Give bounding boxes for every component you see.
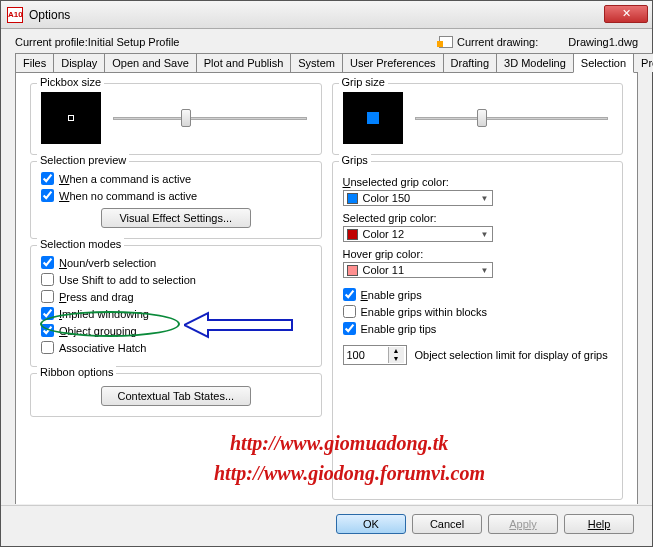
selected-grip-label: Selected grip color: (343, 212, 613, 224)
pickbox-slider[interactable] (113, 117, 307, 120)
tab-files[interactable]: Files (15, 53, 54, 72)
dropdown-arrow-icon: ▼ (481, 230, 489, 239)
gripsize-title: Grip size (339, 76, 388, 88)
tab-display[interactable]: Display (53, 53, 105, 72)
checkbox[interactable] (41, 256, 54, 269)
pickbox-title: Pickbox size (37, 76, 104, 88)
close-button[interactable]: ✕ (604, 5, 648, 23)
grip-preview (343, 92, 403, 144)
checkbox[interactable] (343, 288, 356, 301)
check-enable-grips-blocks[interactable]: Enable grips within blocks (343, 303, 613, 320)
unselected-grip-color-select[interactable]: Color 150 ▼ (343, 190, 493, 206)
check-press-drag[interactable]: Press and drag (41, 288, 311, 305)
tab-drafting[interactable]: Drafting (443, 53, 498, 72)
check-when-command-active[interactable]: When a command is active (41, 170, 311, 187)
hover-grip-color-select[interactable]: Color 11 ▼ (343, 262, 493, 278)
app-icon: A10 (7, 7, 23, 23)
gripsize-group: Grip size (332, 83, 624, 155)
checkbox[interactable] (41, 273, 54, 286)
dropdown-arrow-icon: ▼ (481, 266, 489, 275)
pickbox-group: Pickbox size (30, 83, 322, 155)
grip-limit-label: Object selection limit for display of gr… (415, 349, 608, 361)
visual-effect-settings-button[interactable]: Visual Effect Settings... (101, 208, 251, 228)
check-object-grouping[interactable]: Object grouping (41, 322, 311, 339)
color-swatch (347, 265, 358, 276)
profile-row: Current profile: Initial Setup Profile C… (1, 29, 652, 53)
profile-label: Current profile: (15, 36, 88, 48)
pickbox-preview (41, 92, 101, 144)
checkbox[interactable] (41, 172, 54, 185)
selection-preview-group: Selection preview When a command is acti… (30, 161, 322, 239)
color-swatch (347, 229, 358, 240)
checkbox[interactable] (41, 341, 54, 354)
spin-down-icon[interactable]: ▼ (389, 355, 404, 363)
gripsize-slider[interactable] (415, 117, 609, 120)
dropdown-arrow-icon: ▼ (481, 194, 489, 203)
grip-limit-spinbox[interactable]: ▲▼ (343, 345, 407, 365)
unselected-grip-label: Unselected grip color: (343, 176, 613, 188)
left-column: Pickbox size Selection preview When a co… (30, 83, 322, 500)
right-column: Grip size Grips Unselected grip color: C… (332, 83, 624, 500)
check-noun-verb[interactable]: Noun/verb selection (41, 254, 311, 271)
selection-modes-group: Selection modes Noun/verb selection Use … (30, 245, 322, 367)
tab-content: Pickbox size Selection preview When a co… (15, 73, 638, 504)
drawing-label: Current drawing: (457, 36, 538, 48)
contextual-tab-states-button[interactable]: Contextual Tab States... (101, 386, 251, 406)
apply-button[interactable]: Apply (488, 514, 558, 534)
check-implied-windowing[interactable]: Implied windowing (41, 305, 311, 322)
drawing-value: Drawing1.dwg (568, 36, 638, 48)
spin-up-icon[interactable]: ▲ (389, 347, 404, 355)
selection-preview-title: Selection preview (37, 154, 129, 166)
titlebar: A10 Options ✕ (1, 1, 652, 29)
checkbox[interactable] (41, 307, 54, 320)
tab-user-prefs[interactable]: User Preferences (342, 53, 444, 72)
checkbox[interactable] (343, 305, 356, 318)
cancel-button[interactable]: Cancel (412, 514, 482, 534)
tab-system[interactable]: System (290, 53, 343, 72)
check-enable-grips[interactable]: Enable grips (343, 286, 613, 303)
grips-group: Grips Unselected grip color: Color 150 ▼… (332, 161, 624, 500)
tab-profiles[interactable]: Profiles (633, 53, 653, 72)
checkbox[interactable] (41, 290, 54, 303)
check-when-no-command-active[interactable]: When no command is active (41, 187, 311, 204)
tab-plot-publish[interactable]: Plot and Publish (196, 53, 292, 72)
help-button[interactable]: Help (564, 514, 634, 534)
ok-button[interactable]: OK (336, 514, 406, 534)
tabs: Files Display Open and Save Plot and Pub… (15, 53, 638, 73)
hover-grip-label: Hover grip color: (343, 248, 613, 260)
tab-open-save[interactable]: Open and Save (104, 53, 196, 72)
dialog-buttons: OK Cancel Apply Help (1, 505, 652, 546)
check-use-shift[interactable]: Use Shift to add to selection (41, 271, 311, 288)
ribbon-options-title: Ribbon options (37, 366, 116, 378)
checkbox[interactable] (343, 322, 356, 335)
drawing-icon (437, 35, 453, 49)
checkbox[interactable] (41, 189, 54, 202)
window-title: Options (29, 8, 604, 22)
color-swatch (347, 193, 358, 204)
grip-limit-input[interactable] (344, 348, 388, 362)
selection-modes-title: Selection modes (37, 238, 124, 250)
checkbox[interactable] (41, 324, 54, 337)
check-enable-grip-tips[interactable]: Enable grip tips (343, 320, 613, 337)
tab-3d-modeling[interactable]: 3D Modeling (496, 53, 574, 72)
check-associative-hatch[interactable]: Associative Hatch (41, 339, 311, 356)
selected-grip-color-select[interactable]: Color 12 ▼ (343, 226, 493, 242)
ribbon-options-group: Ribbon options Contextual Tab States... (30, 373, 322, 417)
tab-selection[interactable]: Selection (573, 53, 634, 73)
profile-value: Initial Setup Profile (88, 36, 437, 48)
grips-title: Grips (339, 154, 371, 166)
options-window: A10 Options ✕ Current profile: Initial S… (0, 0, 653, 547)
